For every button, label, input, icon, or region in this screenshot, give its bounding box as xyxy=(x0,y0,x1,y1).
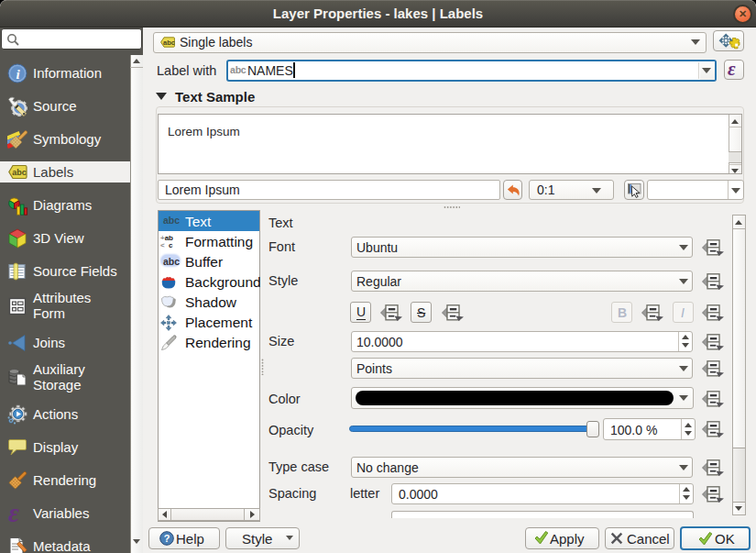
svg-text:?: ? xyxy=(164,533,170,544)
svg-text:abc: abc xyxy=(163,39,175,47)
svg-text:abc: abc xyxy=(12,168,27,177)
